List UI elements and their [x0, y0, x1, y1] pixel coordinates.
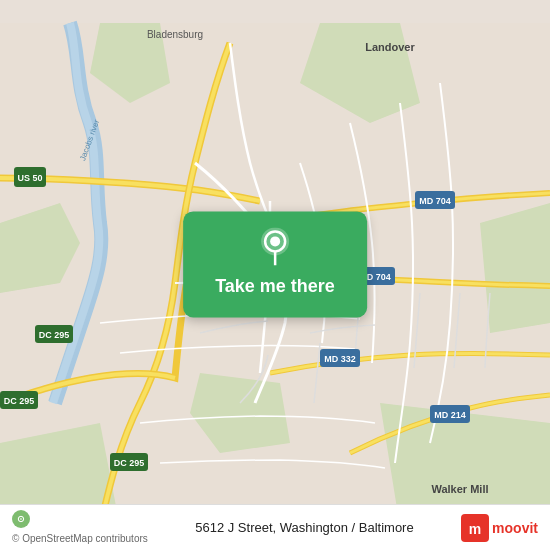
- osm-credit-text: © OpenStreetMap contributors: [12, 533, 148, 544]
- take-me-there-overlay: Take me there: [183, 211, 367, 317]
- svg-text:MD 704: MD 704: [419, 196, 451, 206]
- svg-text:MD 332: MD 332: [324, 354, 356, 364]
- location-pin-icon: [259, 227, 291, 268]
- svg-point-30: [270, 236, 280, 246]
- bottom-bar: ⊙ © OpenStreetMap contributors 5612 J St…: [0, 504, 550, 550]
- address-text: 5612 J Street, Washington / Baltimore: [148, 520, 461, 535]
- svg-text:Landover: Landover: [365, 41, 415, 53]
- moovit-icon: m: [461, 514, 489, 542]
- svg-text:Walker Mill: Walker Mill: [431, 483, 488, 495]
- osm-icon: ⊙: [12, 510, 30, 528]
- moovit-text: moovit: [492, 520, 538, 536]
- svg-text:Bladensburg: Bladensburg: [147, 29, 203, 40]
- svg-text:m: m: [469, 521, 481, 537]
- svg-text:DC 295: DC 295: [4, 396, 35, 406]
- svg-text:US 50: US 50: [17, 173, 42, 183]
- svg-marker-4: [480, 203, 550, 333]
- take-me-there-button[interactable]: Take me there: [183, 211, 367, 317]
- svg-text:DC 295: DC 295: [114, 458, 145, 468]
- take-me-there-label: Take me there: [215, 276, 335, 297]
- svg-text:MD 214: MD 214: [434, 410, 466, 420]
- svg-text:DC 295: DC 295: [39, 330, 70, 340]
- map-container: US 50 DC 295 DC 295 DC 295 MD 704 MD 704…: [0, 0, 550, 550]
- osm-credit: ⊙ © OpenStreetMap contributors: [12, 510, 148, 546]
- moovit-logo: m moovit: [461, 514, 538, 542]
